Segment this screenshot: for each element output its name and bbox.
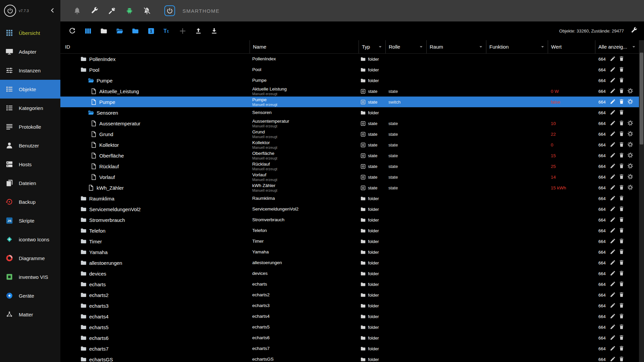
edit-object-button[interactable] — [609, 270, 616, 277]
export-objects-button[interactable] — [191, 24, 206, 38]
object-value-cell[interactable] — [548, 311, 595, 322]
object-settings-button[interactable] — [627, 88, 634, 95]
object-value-cell[interactable]: 0 — [548, 139, 595, 150]
column-settings-button[interactable] — [629, 26, 639, 36]
object-value-cell[interactable] — [548, 300, 595, 311]
sidebar-item-geraete[interactable]: Geräte — [0, 286, 60, 305]
object-settings-button[interactable] — [627, 131, 634, 137]
edit-object-button[interactable] — [609, 88, 616, 95]
object-settings-button[interactable] — [627, 184, 634, 191]
object-row[interactable]: ServicemeldungenVol2 ServicemeldungenVol… — [60, 204, 639, 215]
sidebar-item-protokolle[interactable]: Protokolle — [0, 117, 60, 136]
edit-object-button[interactable] — [609, 345, 616, 352]
object-value-cell[interactable] — [548, 247, 595, 257]
sidebar-item-diagramme[interactable]: Diagramme — [0, 249, 60, 267]
delete-object-button[interactable] — [618, 56, 625, 62]
edit-object-button[interactable] — [609, 66, 616, 73]
object-value-cell[interactable] — [548, 204, 595, 215]
delete-object-button[interactable] — [618, 302, 625, 309]
delete-object-button[interactable] — [618, 270, 625, 277]
edit-object-button[interactable] — [609, 195, 616, 202]
sidebar-item-instanzen[interactable]: Instanzen — [0, 61, 60, 80]
notifications-off-icon[interactable] — [143, 7, 151, 15]
object-row[interactable]: Vorlauf Vorlauf Manuell erzeugt state st… — [60, 172, 639, 182]
sidebar-item-uebersicht[interactable]: Übersicht — [0, 23, 60, 42]
sidebar-item-adapter[interactable]: Adapter — [0, 42, 60, 61]
edit-object-button[interactable] — [609, 77, 616, 84]
object-value-cell[interactable]: 15 kWh — [548, 182, 595, 193]
column-filter-role[interactable]: Rolle — [385, 40, 426, 53]
object-value-cell[interactable] — [548, 193, 595, 204]
object-row[interactable]: echarts3 echarts3 folder 664 — [60, 300, 639, 311]
object-row[interactable]: Pumpe Pumpe folder 664 — [60, 75, 639, 86]
object-row[interactable]: Aktuelle_Leistung Aktuelle Leistung Manu… — [60, 86, 639, 97]
delete-object-button[interactable] — [618, 141, 625, 148]
object-row[interactable]: Sensoren Sensoren folder 664 — [60, 107, 639, 118]
delete-object-button[interactable] — [618, 345, 625, 352]
view-columns-button[interactable] — [80, 24, 96, 38]
edit-object-button[interactable] — [609, 227, 616, 234]
scrollbar-thumb[interactable] — [640, 53, 643, 144]
delete-object-button[interactable] — [618, 109, 625, 116]
sidebar-item-backup[interactable]: Backup — [0, 192, 60, 211]
edit-object-button[interactable] — [609, 109, 616, 116]
sidebar-item-inventwo-vis[interactable]: inventwo VIS — [0, 267, 60, 286]
object-value-cell[interactable]: 10 — [548, 118, 595, 129]
object-row[interactable]: Pumpe Pumpe Manuell erzeugt state switch… — [60, 97, 639, 107]
edit-object-button[interactable] — [609, 141, 616, 148]
object-value-cell[interactable] — [548, 257, 595, 268]
delete-object-button[interactable] — [618, 120, 625, 127]
object-value-cell[interactable]: 25 — [548, 161, 595, 172]
wrench-icon[interactable] — [91, 7, 99, 15]
edit-object-button[interactable] — [609, 120, 616, 127]
object-value-cell[interactable] — [548, 279, 595, 290]
object-row[interactable]: Yamaha Yamaha folder 664 — [60, 247, 639, 257]
delete-object-button[interactable] — [618, 259, 625, 266]
object-value-cell[interactable] — [548, 107, 595, 118]
object-settings-button[interactable] — [627, 163, 634, 170]
sidebar-item-dateien[interactable]: Dateien — [0, 174, 60, 192]
object-value-cell[interactable]: false — [548, 97, 595, 107]
sidebar-item-skripte[interactable]: Skripte — [0, 211, 60, 230]
object-row[interactable]: devices devices folder 664 — [60, 268, 639, 279]
delete-object-button[interactable] — [618, 227, 625, 234]
object-settings-button[interactable] — [627, 120, 634, 127]
edit-object-button[interactable] — [609, 184, 616, 191]
object-settings-button[interactable] — [627, 99, 634, 105]
edit-object-button[interactable] — [609, 259, 616, 266]
object-row[interactable]: echarts6 echarts6 folder 664 — [60, 333, 639, 343]
add-object-button[interactable] — [175, 24, 191, 38]
delete-object-button[interactable] — [618, 88, 625, 95]
sidebar-item-benutzer[interactable]: Benutzer — [0, 136, 60, 155]
edit-object-button[interactable] — [609, 281, 616, 288]
delete-object-button[interactable] — [618, 131, 625, 137]
delete-object-button[interactable] — [618, 99, 625, 105]
object-row[interactable]: Rücklauf Rücklauf Manuell erzeugt state … — [60, 161, 639, 172]
edit-object-button[interactable] — [609, 249, 616, 255]
object-row[interactable]: Pool Pool folder 664 — [60, 64, 639, 75]
edit-object-button[interactable] — [609, 56, 616, 62]
tools-icon[interactable] — [108, 7, 116, 15]
object-row[interactable]: echarts7 echarts7 folder 664 — [60, 343, 639, 354]
object-row[interactable]: echartsGS echartsGS folder 664 — [60, 354, 639, 362]
edit-object-button[interactable] — [609, 206, 616, 213]
object-value-cell[interactable] — [548, 354, 595, 362]
column-filter-room[interactable]: Raum — [426, 40, 486, 53]
collapse-all-button[interactable] — [96, 24, 112, 38]
object-row[interactable]: kWh_Zähler kWh Zähler Manuell erzeugt st… — [60, 182, 639, 193]
delete-object-button[interactable] — [618, 238, 625, 245]
object-settings-button[interactable] — [627, 152, 634, 159]
object-settings-button[interactable] — [627, 141, 634, 148]
delete-object-button[interactable] — [618, 356, 625, 362]
edit-object-button[interactable] — [609, 356, 616, 362]
object-row[interactable]: Oberfläche Oberfläche Manuell erzeugt st… — [60, 150, 639, 161]
object-row[interactable]: echarts2 echarts2 folder 664 — [60, 290, 639, 300]
import-objects-button[interactable] — [206, 24, 222, 38]
object-row[interactable]: echarts echarts folder 664 — [60, 279, 639, 290]
edit-object-button[interactable] — [609, 313, 616, 320]
android-icon[interactable] — [125, 7, 133, 15]
expand-folders-button[interactable] — [127, 24, 143, 38]
object-value-cell[interactable] — [548, 236, 595, 247]
vertical-scrollbar[interactable] — [639, 40, 644, 362]
delete-object-button[interactable] — [618, 66, 625, 73]
